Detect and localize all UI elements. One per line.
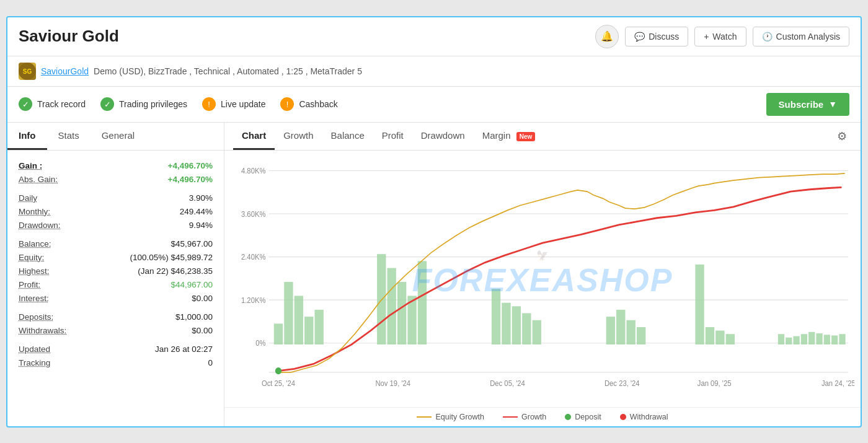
chart-tab-balance[interactable]: Balance <box>322 123 373 150</box>
equity-val: (100.05%) $45,989.72 <box>130 253 213 262</box>
deposits-val: $1,000.00 <box>175 312 213 322</box>
chart-legend: Equity Growth Growth Deposit Withdrawal <box>224 407 861 426</box>
deposits-row: Deposits: $1,000.00 <box>19 310 213 324</box>
deposit-dot <box>565 414 571 420</box>
warn-icon-cashback: ! <box>280 97 294 111</box>
equity-growth-line <box>417 416 432 418</box>
clock-icon: 🕐 <box>762 32 773 42</box>
monthly-val: 249.44% <box>180 207 213 216</box>
badge-row: ✓ Track record ✓ Trading privileges ! Li… <box>7 87 861 123</box>
withdrawals-label: Withdrawals: <box>19 326 66 335</box>
interest-row: Interest: $0.00 <box>19 292 213 305</box>
gain-val: +4,496.70% <box>168 161 213 170</box>
interest-val: $0.00 <box>192 294 213 303</box>
svg-text:2.40K%: 2.40K% <box>241 252 266 261</box>
tab-general[interactable]: General <box>91 123 146 150</box>
watch-button[interactable]: + Watch <box>694 27 746 46</box>
updated-val: Jan 26 at 02:27 <box>155 344 213 354</box>
badge-live-update: ! Live update <box>202 97 265 111</box>
svg-rect-28 <box>606 317 615 344</box>
left-tab-row: Info Stats General <box>7 123 224 151</box>
svg-rect-33 <box>706 327 714 344</box>
svg-text:Jan 24, '25: Jan 24, '25 <box>822 379 854 388</box>
highest-val: (Jan 22) $46,238.35 <box>138 266 213 276</box>
left-panel: Info Stats General Gain : +4,496.70% Abs… <box>7 123 224 426</box>
svg-text:Nov 19, '24: Nov 19, '24 <box>375 379 410 388</box>
discuss-icon: 💬 <box>634 32 645 42</box>
daily-label: Daily <box>19 193 37 203</box>
stats-table: Gain : +4,496.70% Abs. Gain: +4,496.70% … <box>7 151 224 379</box>
chart-svg: 4.80K% 3.60K% 2.40K% 1.20K% 0% <box>231 157 854 407</box>
svg-rect-16 <box>304 317 313 344</box>
svg-rect-40 <box>808 331 815 344</box>
svg-rect-32 <box>695 264 704 344</box>
drawdown-row: Drawdown: 9.94% <box>19 219 213 232</box>
svg-text:Jan 09, '25: Jan 09, '25 <box>698 379 732 388</box>
chevron-down-icon: ▼ <box>828 99 837 109</box>
avatar: SG <box>19 63 36 80</box>
settings-icon[interactable]: ⚙ <box>832 125 852 148</box>
daily-val: 3.90% <box>189 193 213 203</box>
app-container: Saviour Gold 🔔 💬 Discuss + Watch 🕐 Custo… <box>6 16 862 428</box>
new-badge: New <box>516 132 536 141</box>
tab-stats[interactable]: Stats <box>47 123 91 150</box>
svg-rect-44 <box>839 334 845 344</box>
svg-rect-23 <box>492 289 500 344</box>
svg-rect-38 <box>793 336 799 344</box>
legend-deposit: Deposit <box>565 413 601 421</box>
abs-gain-row: Abs. Gain: +4,496.70% <box>19 173 213 186</box>
badge-track-record: ✓ Track record <box>19 97 86 111</box>
gain-label: Gain : <box>19 161 42 170</box>
warn-icon-live: ! <box>202 97 216 111</box>
svg-rect-39 <box>801 334 807 344</box>
svg-rect-30 <box>627 320 636 344</box>
profit-row: Profit: $44,967.00 <box>19 278 213 292</box>
chart-tab-growth[interactable]: Growth <box>275 123 322 150</box>
account-link[interactable]: SaviourGold <box>41 66 89 76</box>
svg-text:4.80K%: 4.80K% <box>241 166 266 175</box>
check-icon-track: ✓ <box>19 97 32 111</box>
highest-row: Highest: (Jan 22) $46,238.35 <box>19 265 213 278</box>
tab-info[interactable]: Info <box>7 123 47 150</box>
svg-rect-25 <box>512 306 521 344</box>
balance-row: Balance: $45,967.00 <box>19 237 213 251</box>
abs-gain-val: +4,496.70% <box>168 175 213 184</box>
svg-rect-20 <box>397 282 406 344</box>
subscribe-button[interactable]: Subscribe ▼ <box>766 93 849 116</box>
legend-growth: Growth <box>503 413 546 421</box>
svg-rect-43 <box>831 335 838 344</box>
gain-row: Gain : +4,496.70% <box>19 159 213 173</box>
legend-equity-growth: Equity Growth <box>417 413 484 421</box>
svg-rect-36 <box>778 334 784 344</box>
chart-tab-margin[interactable]: Margin New <box>474 123 544 150</box>
svg-rect-42 <box>824 335 830 344</box>
deposits-label: Deposits: <box>19 312 53 322</box>
bell-button[interactable]: 🔔 <box>595 25 619 48</box>
chart-tab-drawdown[interactable]: Drawdown <box>412 123 474 150</box>
updated-label: Updated <box>19 344 50 354</box>
svg-text:Dec 05, '24: Dec 05, '24 <box>490 379 525 388</box>
chart-tab-row: Chart Growth Balance Profit Drawdown Mar… <box>224 123 861 151</box>
tracking-row: Tracking 0 <box>19 356 213 370</box>
svg-text:1.20K%: 1.20K% <box>241 296 266 305</box>
svg-rect-34 <box>715 330 724 344</box>
svg-rect-17 <box>315 309 324 344</box>
svg-rect-31 <box>637 327 645 344</box>
subheader: SG SaviourGold Demo (USD), BizzTrade , T… <box>7 56 861 87</box>
monthly-label: Monthly: <box>19 207 50 216</box>
chart-area: 🦅 FOREXEASHOP 4.80K% 3.60K% 2.40K% 1.20K… <box>224 151 861 407</box>
withdrawal-dot <box>620 414 626 420</box>
svg-rect-15 <box>294 296 303 344</box>
profit-label: Profit: <box>19 280 40 289</box>
chart-tab-profit[interactable]: Profit <box>373 123 412 150</box>
badge-trading-privileges: ✓ Trading privileges <box>100 97 187 111</box>
chart-tab-chart[interactable]: Chart <box>233 123 275 150</box>
discuss-button[interactable]: 💬 Discuss <box>625 27 688 46</box>
custom-analysis-button[interactable]: 🕐 Custom Analysis <box>753 27 849 46</box>
svg-rect-26 <box>522 313 531 344</box>
interest-label: Interest: <box>19 294 49 303</box>
svg-rect-22 <box>418 261 427 344</box>
svg-rect-29 <box>616 309 625 344</box>
svg-text:Oct 25, '24: Oct 25, '24 <box>262 379 296 388</box>
growth-line <box>503 416 518 418</box>
